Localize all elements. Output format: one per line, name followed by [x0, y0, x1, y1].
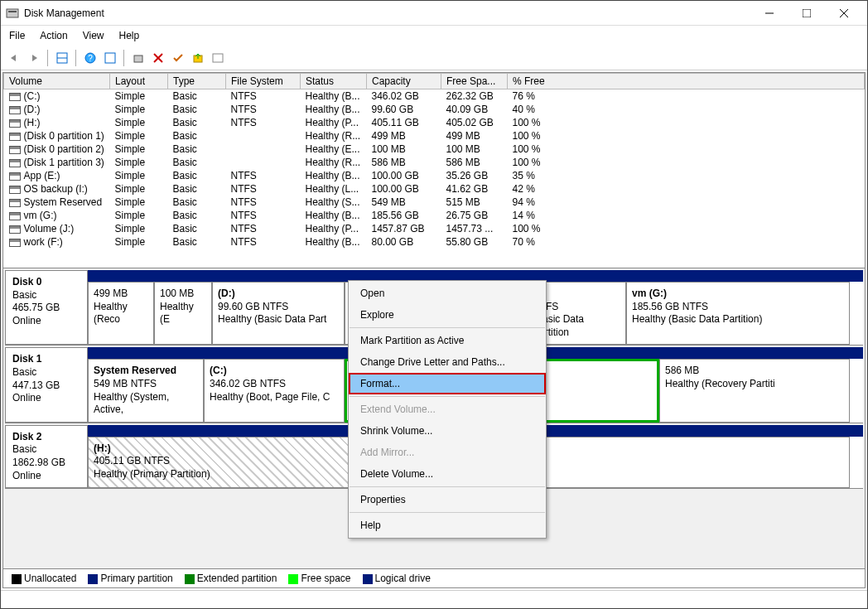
ctx-change-letter[interactable]: Change Drive Letter and Paths... [349, 351, 546, 373]
ctx-explore[interactable]: Explore [349, 304, 546, 326]
volume-row[interactable]: OS backup (I:)SimpleBasicNTFSHealthy (L.… [4, 182, 865, 196]
partition[interactable]: 586 MBHealthy (Recovery Partiti [659, 359, 850, 422]
volume-row[interactable]: (D:)SimpleBasicNTFSHealthy (B...99.60 GB… [4, 103, 865, 116]
swatch-logical [363, 574, 373, 584]
svg-rect-0 [7, 9, 18, 17]
volume-row[interactable]: (Disk 0 partition 2)SimpleBasicHealthy (… [4, 143, 865, 156]
col-type[interactable]: Type [168, 74, 226, 89]
ctx-shrink[interactable]: Shrink Volume... [349, 420, 546, 442]
volume-row[interactable]: work (F:)SimpleBasicNTFSHealthy (B...80.… [4, 235, 865, 249]
minimize-button[interactable] [750, 2, 788, 25]
col-pct[interactable]: % Free [508, 74, 865, 89]
delete-icon[interactable] [150, 50, 166, 66]
col-capacity[interactable]: Capacity [367, 74, 441, 89]
volume-icon [9, 106, 21, 114]
legend: Unallocated Primary partition Extended p… [3, 568, 865, 587]
volume-icon [9, 133, 21, 141]
ctx-extend: Extend Volume... [349, 399, 546, 420]
partition[interactable]: vm (G:)185.56 GB NTFSHealthy (Basic Data… [626, 282, 850, 345]
svg-rect-15 [213, 54, 223, 62]
grid-icon[interactable] [54, 50, 70, 66]
statusbar [1, 590, 867, 608]
ctx-mark-active[interactable]: Mark Partition as Active [349, 330, 546, 351]
disk-info[interactable]: Disk 0Basic465.75 GBOnline [5, 270, 88, 345]
col-volume[interactable]: Volume [4, 74, 110, 89]
list-icon[interactable] [210, 50, 226, 66]
partition[interactable]: 499 MBHealthy (Reco [88, 282, 154, 345]
check-icon[interactable] [170, 50, 186, 66]
partition[interactable]: (C:)346.02 GB NTFSHealthy (Boot, Page Fi… [204, 359, 345, 422]
volume-icon [9, 225, 21, 234]
volume-row[interactable]: (H:)SimpleBasicNTFSHealthy (P...405.11 G… [4, 116, 865, 129]
svg-rect-11 [134, 56, 142, 62]
col-layout[interactable]: Layout [110, 74, 168, 89]
swatch-free [288, 574, 298, 584]
ctx-format[interactable]: Format... [349, 373, 546, 394]
volume-icon [9, 172, 21, 181]
toolbar: ? [1, 46, 867, 70]
back-button[interactable] [6, 50, 22, 66]
ctx-help[interactable]: Help [349, 515, 546, 536]
volume-row[interactable]: vm (G:)SimpleBasicNTFSHealthy (B...185.5… [4, 209, 865, 222]
menu-action[interactable]: Action [40, 30, 67, 41]
ctx-properties[interactable]: Properties [349, 489, 546, 510]
svg-rect-1 [8, 11, 17, 12]
action-icon[interactable] [190, 50, 206, 66]
svg-rect-10 [105, 53, 115, 63]
ctx-mirror: Add Mirror... [349, 442, 546, 463]
ctx-open[interactable]: Open [349, 283, 546, 304]
disk-info[interactable]: Disk 1Basic447.13 GBOnline [5, 347, 88, 422]
volume-icon [9, 186, 21, 194]
menu-view[interactable]: View [83, 30, 104, 41]
volume-row[interactable]: Volume (J:)SimpleBasicNTFSHealthy (P...1… [4, 222, 865, 235]
swatch-unallocated [12, 574, 22, 584]
refresh-icon[interactable] [130, 50, 147, 66]
volume-row[interactable]: (C:)SimpleBasicNTFSHealthy (B...346.02 G… [4, 89, 865, 104]
volume-row[interactable]: (Disk 0 partition 1)SimpleBasicHealthy (… [4, 129, 865, 143]
volume-row[interactable]: System ReservedSimpleBasicNTFSHealthy (S… [4, 196, 865, 209]
volume-icon [9, 212, 21, 220]
volume-icon [9, 93, 21, 101]
col-fs[interactable]: File System [226, 74, 301, 89]
forward-button[interactable] [26, 50, 42, 66]
volume-row[interactable]: App (E:)SimpleBasicNTFSHealthy (B...100.… [4, 169, 865, 182]
window-title: Disk Management [24, 7, 750, 19]
close-button[interactable] [825, 2, 862, 25]
disk-info[interactable]: Disk 2Basic1862.98 GBOnline [5, 425, 88, 488]
svg-rect-3 [803, 9, 811, 17]
volume-icon [9, 146, 21, 154]
svg-text:?: ? [88, 54, 93, 63]
settings-icon[interactable] [102, 50, 118, 66]
disk-management-window: Disk Management File Action View Help ? [0, 0, 868, 609]
context-menu: Open Explore Mark Partition as Active Ch… [348, 280, 547, 539]
swatch-extended [185, 574, 195, 584]
volume-icon [9, 119, 21, 128]
volume-icon [9, 159, 21, 167]
partition[interactable]: 100 MBHealthy (E [154, 282, 212, 345]
partition[interactable]: System Reserved549 MB NTFSHealthy (Syste… [88, 359, 204, 422]
menu-help[interactable]: Help [119, 30, 140, 41]
ctx-delete[interactable]: Delete Volume... [349, 463, 546, 485]
app-icon [6, 7, 19, 20]
menu-file[interactable]: File [9, 30, 25, 41]
swatch-primary [88, 574, 98, 584]
maximize-button[interactable] [788, 2, 825, 25]
volume-icon [9, 199, 21, 207]
help-icon[interactable]: ? [82, 50, 99, 66]
partition[interactable]: (D:)99.60 GB NTFSHealthy (Basic Data Par… [212, 282, 345, 345]
volume-icon [9, 239, 21, 247]
volume-row[interactable]: (Disk 1 partition 3)SimpleBasicHealthy (… [4, 156, 865, 169]
col-status[interactable]: Status [301, 74, 367, 89]
col-free[interactable]: Free Spa... [441, 74, 508, 89]
volume-list: Volume Layout Type File System Status Ca… [3, 73, 865, 268]
menubar: File Action View Help [1, 26, 867, 46]
titlebar: Disk Management [1, 1, 867, 26]
